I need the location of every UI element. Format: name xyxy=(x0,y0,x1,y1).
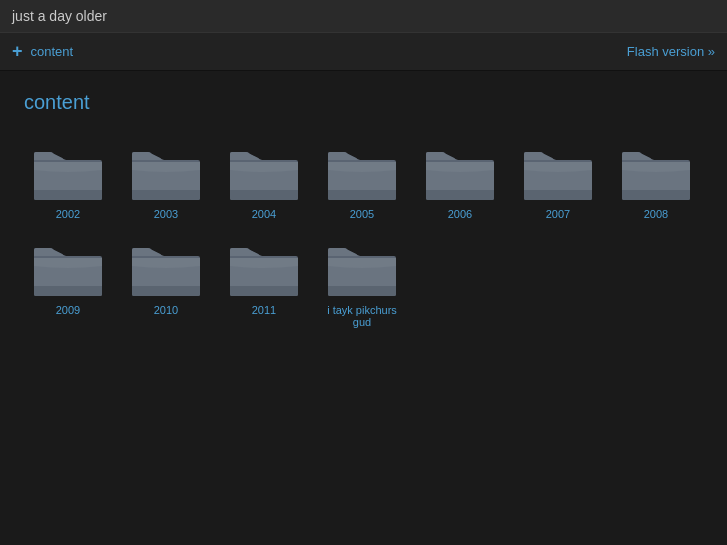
folder-icon xyxy=(130,240,202,298)
folder-label: 2004 xyxy=(252,208,276,220)
folder-item[interactable]: 2010 xyxy=(122,240,210,328)
folder-icon xyxy=(32,240,104,298)
folder-item[interactable]: 2006 xyxy=(416,144,504,220)
folder-label: 2003 xyxy=(154,208,178,220)
folder-icon xyxy=(32,144,104,202)
folder-label: i tayk pikchurs gud xyxy=(318,304,406,328)
folder-label: 2006 xyxy=(448,208,472,220)
folder-item[interactable]: 2002 xyxy=(24,144,112,220)
folder-grid: 2002 2003 xyxy=(24,144,703,328)
folder-icon xyxy=(620,144,692,202)
nav-plus-icon[interactable]: + xyxy=(12,41,23,62)
flash-version-link[interactable]: Flash version » xyxy=(627,44,715,59)
folder-item[interactable]: i tayk pikchurs gud xyxy=(318,240,406,328)
folder-label: 2011 xyxy=(252,304,276,316)
folder-label: 2010 xyxy=(154,304,178,316)
folder-label: 2008 xyxy=(644,208,668,220)
site-title: just a day older xyxy=(12,8,107,24)
main-content: content 2002 xyxy=(0,71,727,348)
folder-icon xyxy=(522,144,594,202)
folder-label: 2002 xyxy=(56,208,80,220)
folder-item[interactable]: 2007 xyxy=(514,144,602,220)
folder-label: 2005 xyxy=(350,208,374,220)
folder-item[interactable]: 2005 xyxy=(318,144,406,220)
folder-icon xyxy=(326,144,398,202)
folder-item[interactable]: 2003 xyxy=(122,144,210,220)
folder-item[interactable]: 2009 xyxy=(24,240,112,328)
folder-icon xyxy=(326,240,398,298)
folder-icon xyxy=(228,144,300,202)
folder-item[interactable]: 2008 xyxy=(612,144,700,220)
folder-icon xyxy=(228,240,300,298)
folder-icon xyxy=(424,144,496,202)
page-title: content xyxy=(24,91,703,114)
navbar: + content Flash version » xyxy=(0,32,727,71)
nav-content-link[interactable]: content xyxy=(31,44,74,59)
nav-left: + content xyxy=(12,41,73,62)
folder-item[interactable]: 2004 xyxy=(220,144,308,220)
folder-item[interactable]: 2011 xyxy=(220,240,308,328)
folder-icon xyxy=(130,144,202,202)
header: just a day older xyxy=(0,0,727,32)
folder-label: 2007 xyxy=(546,208,570,220)
folder-label: 2009 xyxy=(56,304,80,316)
